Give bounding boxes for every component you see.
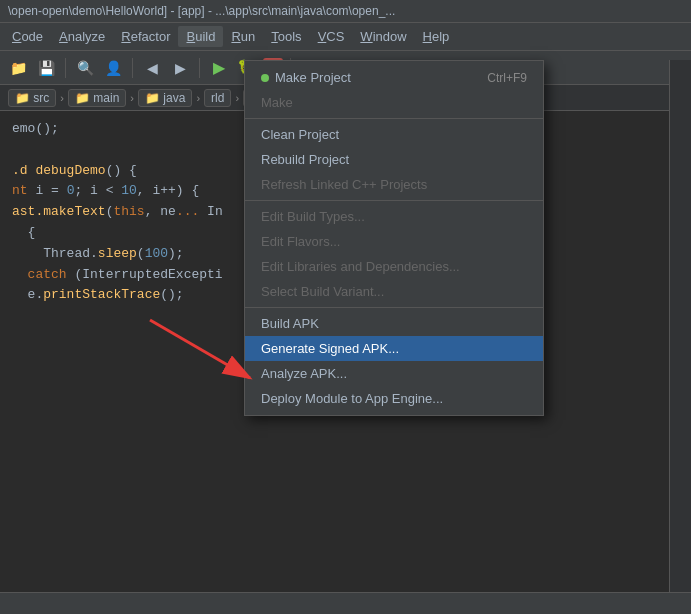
breadcrumb-arrow-1: ›	[60, 92, 64, 104]
menu-refactor[interactable]: Refactor	[113, 26, 178, 47]
sep-3	[245, 307, 543, 308]
deploy-app-engine-label: Deploy Module to App Engine...	[261, 391, 443, 406]
menu-help[interactable]: Help	[415, 26, 458, 47]
menu-edit-flavors: Edit Flavors...	[245, 229, 543, 254]
toolbar-run[interactable]: ▶	[207, 56, 231, 80]
menu-vcs[interactable]: VCS	[310, 26, 353, 47]
analyze-apk-label: Analyze APK...	[261, 366, 347, 381]
menu-make: Make	[245, 90, 543, 115]
refresh-cpp-label: Refresh Linked C++ Projects	[261, 177, 427, 192]
toolbar-profile[interactable]: 👤	[101, 56, 125, 80]
edit-libraries-label: Edit Libraries and Dependencies...	[261, 259, 460, 274]
green-dot-icon	[261, 74, 269, 82]
make-label: Make	[261, 95, 293, 110]
toolbar-forward[interactable]: ▶	[168, 56, 192, 80]
menu-analyze[interactable]: Analyze	[51, 26, 113, 47]
right-sidebar	[669, 60, 691, 592]
toolbar-open-file[interactable]: 📁	[6, 56, 30, 80]
breadcrumb-src[interactable]: 📁 src	[8, 89, 56, 107]
breadcrumb-java[interactable]: 📁 java	[138, 89, 192, 107]
menu-analyze-apk[interactable]: Analyze APK...	[245, 361, 543, 386]
breadcrumb-rld[interactable]: rld	[204, 89, 231, 107]
title-bar: \open-open\demo\HelloWorld] - [app] - ..…	[0, 0, 691, 23]
breadcrumb-main[interactable]: 📁 main	[68, 89, 126, 107]
toolbar-sep-1	[65, 58, 66, 78]
edit-flavors-label: Edit Flavors...	[261, 234, 340, 249]
clean-project-label: Clean Project	[261, 127, 339, 142]
edit-build-types-label: Edit Build Types...	[261, 209, 365, 224]
menu-build[interactable]: Build	[178, 26, 223, 47]
toolbar-sep-3	[199, 58, 200, 78]
sep-2	[245, 200, 543, 201]
build-dropdown: Make Project Ctrl+F9 Make Clean Project …	[244, 60, 544, 416]
toolbar-save[interactable]: 💾	[34, 56, 58, 80]
menu-build-apk[interactable]: Build APK	[245, 311, 543, 336]
build-apk-label: Build APK	[261, 316, 319, 331]
menu-generate-signed-apk[interactable]: Generate Signed APK...	[245, 336, 543, 361]
toolbar-search[interactable]: 🔍	[73, 56, 97, 80]
build-menu: Make Project Ctrl+F9 Make Clean Project …	[244, 60, 544, 416]
select-build-variant-label: Select Build Variant...	[261, 284, 384, 299]
menu-select-build-variant: Select Build Variant...	[245, 279, 543, 304]
breadcrumb-arrow-3: ›	[196, 92, 200, 104]
menu-code[interactable]: Code	[4, 26, 51, 47]
rebuild-project-label: Rebuild Project	[261, 152, 349, 167]
menu-make-project[interactable]: Make Project Ctrl+F9	[245, 65, 543, 90]
breadcrumb-arrow-4: ›	[235, 92, 239, 104]
menu-edit-libraries: Edit Libraries and Dependencies...	[245, 254, 543, 279]
breadcrumb-arrow-2: ›	[130, 92, 134, 104]
title-text: \open-open\demo\HelloWorld] - [app] - ..…	[8, 4, 395, 18]
menu-refresh-cpp: Refresh Linked C++ Projects	[245, 172, 543, 197]
menu-edit-build-types: Edit Build Types...	[245, 204, 543, 229]
menu-deploy-app-engine[interactable]: Deploy Module to App Engine...	[245, 386, 543, 411]
toolbar-sep-2	[132, 58, 133, 78]
toolbar-back[interactable]: ◀	[140, 56, 164, 80]
make-project-shortcut: Ctrl+F9	[487, 71, 527, 85]
generate-signed-apk-label: Generate Signed APK...	[261, 341, 399, 356]
status-bar	[0, 592, 691, 614]
menu-window[interactable]: Window	[352, 26, 414, 47]
menu-tools[interactable]: Tools	[263, 26, 309, 47]
sep-1	[245, 118, 543, 119]
menu-bar: Code Analyze Refactor Build Run Tools VC…	[0, 23, 691, 51]
make-project-label: Make Project	[261, 70, 351, 85]
menu-run[interactable]: Run	[223, 26, 263, 47]
menu-rebuild-project[interactable]: Rebuild Project	[245, 147, 543, 172]
menu-clean-project[interactable]: Clean Project	[245, 122, 543, 147]
